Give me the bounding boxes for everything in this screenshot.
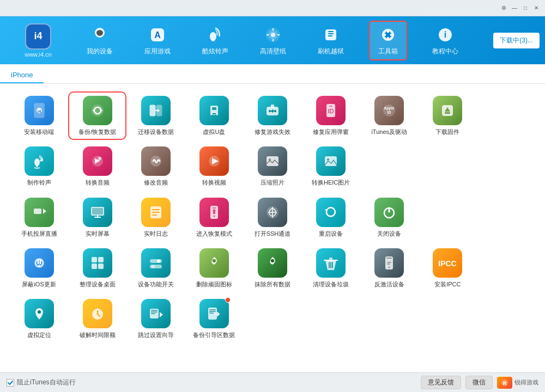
svg-rect-77	[92, 264, 97, 269]
nav-my-device[interactable]: 我的设备	[80, 22, 119, 59]
svg-rect-91	[386, 258, 392, 259]
svg-point-14	[386, 33, 390, 36]
tool-convert-heic[interactable]: 转换HEIC图片	[303, 143, 359, 189]
virtual-usb-label: 虚拟U盘	[203, 128, 225, 136]
tool-download-firmware[interactable]: 下载固件	[420, 93, 476, 139]
tool-deactivate[interactable]: 反激活设备	[361, 245, 417, 291]
tool-compress-photo[interactable]: 压缩照片	[244, 143, 300, 189]
tool-migrate-data[interactable]: 迁移设备数据	[128, 93, 184, 139]
tool-break-time-limit[interactable]: 破解时间限额	[69, 296, 125, 342]
block-ios-update-icon	[25, 248, 54, 278]
tool-virtual-location[interactable]: 虚拟定位	[11, 296, 67, 342]
tool-convert-audio[interactable]: 转换音频	[69, 143, 125, 189]
erase-all-icon	[258, 248, 287, 278]
tool-block-ios-update[interactable]: 屏蔽iOS更新	[11, 245, 67, 291]
tool-make-ringtone[interactable]: 制作铃声	[11, 143, 67, 189]
tool-device-toggle[interactable]: 设备功能开关	[128, 245, 184, 291]
tool-reboot-device[interactable]: 重启设备	[303, 194, 359, 241]
svg-marker-104	[160, 312, 163, 317]
tool-virtual-usb[interactable]: 虚拟U盘	[186, 93, 242, 139]
recovery-mode-icon	[199, 198, 229, 227]
svg-rect-51	[267, 156, 278, 166]
itunes-checkbox[interactable]	[7, 379, 14, 387]
convert-heic-icon	[316, 146, 346, 176]
svg-rect-108	[209, 313, 214, 314]
svg-text:IPCC: IPCC	[439, 259, 457, 268]
tool-backup-restore[interactable]: 备份/恢复数据	[69, 93, 125, 139]
convert-video-icon	[199, 146, 229, 176]
tool-backup-guide[interactable]: 备份引导区数据	[186, 296, 242, 342]
svg-marker-56	[43, 209, 46, 214]
fix-app-crash-label: 修复应用弹窗	[313, 128, 349, 136]
svg-point-92	[389, 266, 390, 268]
minimize-button[interactable]: —	[510, 4, 519, 13]
nav-toolbox[interactable]: 工具箱	[369, 21, 407, 60]
svg-point-44	[34, 158, 40, 166]
make-ringtone-label: 制作铃声	[27, 179, 51, 186]
screen-cast-icon	[25, 198, 54, 227]
erase-all-label: 抹除所有数据	[255, 280, 290, 288]
reboot-device-label: 重启设备	[319, 230, 343, 237]
edit-audio-icon	[141, 146, 171, 176]
svg-rect-53	[325, 156, 337, 166]
tool-fix-app-crash[interactable]: ID 修复应用弹窗	[303, 93, 359, 139]
feedback-button[interactable]: 意见反馈	[421, 376, 461, 389]
nav-app-games-label: 应用游戏	[144, 47, 171, 56]
tool-install-app[interactable]: i4 安装移动端	[11, 93, 67, 139]
app-logo: i4	[25, 23, 51, 50]
tool-fix-game[interactable]: 修复游戏失效	[244, 93, 300, 139]
maximize-button[interactable]: □	[521, 4, 530, 13]
tool-row-1: i4 安装移动端 备份/恢复数据 迁移设备数据 虚拟U盘	[11, 93, 534, 139]
nav-jailbreak[interactable]: 刷机越狱	[311, 22, 350, 59]
ssh-tunnel-icon	[258, 198, 287, 227]
skip-setup-label: 跳过设置向导	[138, 331, 174, 339]
ssh-tunnel-label: 打开SSH通道	[255, 230, 291, 237]
nav-wallpaper[interactable]: 高清壁纸	[253, 22, 293, 59]
settings-icon[interactable]: ⚙	[499, 4, 508, 13]
nav-toolbox-label: 工具箱	[378, 47, 398, 56]
tool-install-ipcc[interactable]: IPCC 安装IPCC	[420, 245, 476, 291]
tool-clean-junk[interactable]: 清理设备垃圾	[303, 245, 359, 291]
device-toggle-label: 设备功能开关	[138, 280, 174, 288]
download-button[interactable]: 下载中(3)...	[493, 33, 540, 48]
tool-itunes-driver[interactable]: AppleID iTunes及驱动	[361, 93, 417, 139]
nav-ringtones[interactable]: 酷炫铃声	[196, 22, 235, 59]
clean-junk-icon	[316, 248, 346, 278]
tool-realtime-screen[interactable]: 实时屏幕	[69, 194, 125, 241]
svg-rect-86	[329, 258, 332, 260]
header-right: 下载中(3)...	[474, 33, 540, 48]
itunes-check[interactable]: 阻止iTunes自动运行	[7, 378, 76, 387]
nav-my-device-label: 我的设备	[87, 47, 113, 56]
nav-tutorials[interactable]: i 教程中心	[426, 22, 465, 59]
backup-restore-label: 备份/恢复数据	[78, 128, 116, 136]
svg-text:A: A	[154, 30, 161, 40]
tool-skip-setup[interactable]: 跳过设置向导	[128, 296, 184, 342]
tab-iphone[interactable]: iPhone	[0, 68, 44, 83]
svg-rect-103	[151, 313, 155, 314]
tool-realtime-log[interactable]: 实时日志	[128, 194, 184, 241]
tool-convert-video[interactable]: 转换视频	[186, 143, 242, 189]
svg-rect-102	[151, 311, 158, 313]
svg-rect-107	[209, 311, 216, 312]
convert-audio-label: 转换音频	[86, 179, 110, 186]
svg-rect-37	[329, 106, 332, 107]
toolbox-icon	[378, 25, 398, 45]
tutorials-icon: i	[435, 25, 455, 45]
tool-recovery-mode[interactable]: 进入恢复模式	[186, 194, 242, 241]
tool-screen-cast[interactable]: 手机投屏直播	[11, 194, 67, 241]
tool-organize-desktop[interactable]: 整理设备桌面	[69, 245, 125, 291]
tool-edit-audio[interactable]: 修改音频	[128, 143, 184, 189]
svg-text:Apple: Apple	[384, 106, 395, 111]
nav-app-games[interactable]: A 应用游戏	[138, 22, 177, 59]
tool-remove-stubborn[interactable]: 删除顽固图标	[186, 245, 242, 291]
svg-point-3	[210, 32, 216, 41]
block-ios-update-label: 屏蔽iOS更新	[22, 280, 56, 288]
nav-wallpaper-label: 高清壁纸	[260, 47, 286, 56]
svg-point-74	[38, 265, 40, 266]
tool-erase-all[interactable]: 抹除所有数据	[244, 245, 300, 291]
tool-ssh-tunnel[interactable]: 打开SSH通道	[244, 194, 300, 241]
tool-shutdown-device[interactable]: 关闭设备	[361, 194, 417, 241]
wechat-button[interactable]: 微信	[465, 376, 493, 389]
close-button[interactable]: ✕	[532, 4, 541, 13]
bottom-right: 意见反馈 微信 R 锐得游戏	[421, 376, 538, 389]
